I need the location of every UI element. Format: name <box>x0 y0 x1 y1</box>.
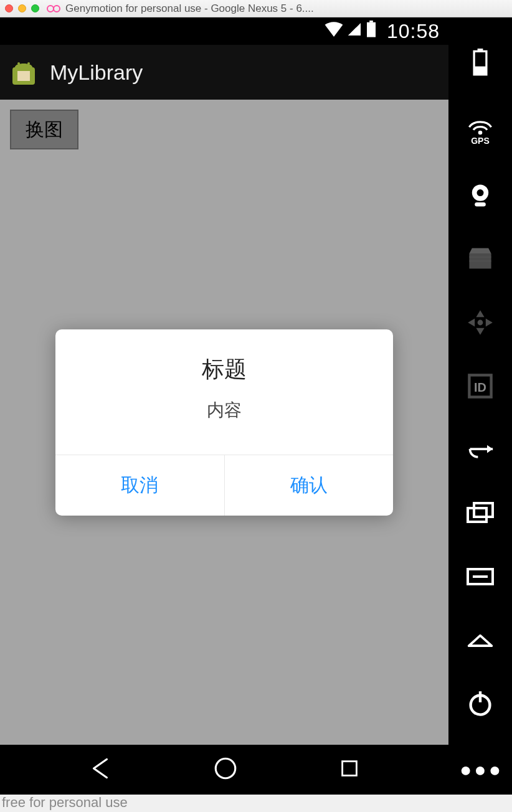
dialog-confirm-label: 确认 <box>290 474 328 495</box>
rotate-tool-button[interactable] <box>467 436 494 463</box>
svg-point-11 <box>478 131 483 135</box>
mac-maximize-button[interactable] <box>31 4 39 12</box>
svg-point-13 <box>477 189 484 196</box>
svg-marker-20 <box>476 310 484 317</box>
emulator-toolbar: GPS ID <box>448 17 512 795</box>
dialog-title: 标题 <box>55 329 393 394</box>
remote-control-tool-button[interactable] <box>467 309 494 336</box>
svg-marker-23 <box>486 318 493 326</box>
mac-titlebar: Genymotion for personal use - Google Nex… <box>0 0 512 17</box>
battery-icon <box>366 21 377 42</box>
dialog-cancel-button[interactable]: 取消 <box>55 455 224 516</box>
android-back-button[interactable] <box>87 755 113 784</box>
svg-point-1 <box>54 6 60 12</box>
svg-rect-27 <box>468 508 486 522</box>
android-status-bar: 10:58 <box>0 17 448 45</box>
screencast-tool-button[interactable] <box>467 245 494 273</box>
power-tool-button[interactable] <box>467 690 494 717</box>
mac-minimize-button[interactable] <box>18 4 26 12</box>
battery-tool-button[interactable] <box>467 49 494 76</box>
android-home-button[interactable] <box>212 755 239 784</box>
svg-rect-10 <box>474 67 486 75</box>
dialog-content: 内容 <box>55 394 393 455</box>
multiwindow-tool-button[interactable] <box>467 499 494 527</box>
mac-window-title: Genymotion for personal use - Google Nex… <box>65 2 507 15</box>
svg-marker-26 <box>487 445 493 453</box>
android-nav-more-icon[interactable]: ●●● <box>460 758 503 781</box>
camera-tool-button[interactable] <box>467 182 494 209</box>
svg-rect-2 <box>369 21 373 22</box>
android-recent-button[interactable] <box>338 757 361 783</box>
svg-rect-14 <box>475 202 486 207</box>
android-app-icon <box>9 57 39 87</box>
genymotion-icon <box>47 4 60 14</box>
svg-rect-30 <box>473 575 488 578</box>
svg-marker-21 <box>476 328 484 335</box>
svg-marker-22 <box>468 318 475 326</box>
dialog-confirm-button[interactable]: 确认 <box>224 455 394 516</box>
identifiers-tool-button[interactable]: ID <box>467 372 494 400</box>
watermark-text: free for personal use <box>2 795 128 811</box>
dialog-cancel-label: 取消 <box>121 474 158 495</box>
svg-rect-28 <box>474 503 493 517</box>
svg-rect-35 <box>343 762 357 776</box>
svg-rect-17 <box>469 257 491 258</box>
svg-rect-7 <box>17 71 30 81</box>
home-tool-button[interactable] <box>467 626 494 654</box>
svg-point-34 <box>216 758 235 778</box>
svg-rect-18 <box>469 260 491 262</box>
android-device-screen: 10:58 MyLibrary 换图 标题 <box>0 17 448 795</box>
dialog-scrim[interactable]: 标题 内容 取消 确认 <box>0 100 448 745</box>
mac-close-button[interactable] <box>5 4 13 12</box>
gps-tool-label: GPS <box>471 136 490 146</box>
menu-tool-button[interactable] <box>467 563 494 590</box>
android-action-bar: MyLibrary <box>0 45 448 100</box>
wifi-icon <box>325 21 343 41</box>
alert-dialog: 标题 内容 取消 确认 <box>55 329 393 516</box>
svg-marker-16 <box>469 248 491 253</box>
svg-rect-3 <box>367 22 376 37</box>
app-content: 换图 标题 内容 取消 确认 <box>0 100 448 745</box>
svg-point-0 <box>47 6 54 12</box>
emulator-frame: 10:58 MyLibrary 换图 标题 <box>0 17 512 795</box>
svg-rect-33 <box>479 691 481 702</box>
svg-point-19 <box>478 320 483 326</box>
change-image-button[interactable]: 换图 <box>10 110 78 149</box>
action-bar-title: MyLibrary <box>50 60 143 85</box>
change-image-button-label: 换图 <box>26 117 63 143</box>
android-nav-bar: ●●● <box>0 745 448 795</box>
svg-text:ID: ID <box>474 380 486 394</box>
cell-signal-icon <box>347 21 362 41</box>
gps-tool-button[interactable]: GPS <box>467 112 494 146</box>
status-time: 10:58 <box>387 20 440 43</box>
